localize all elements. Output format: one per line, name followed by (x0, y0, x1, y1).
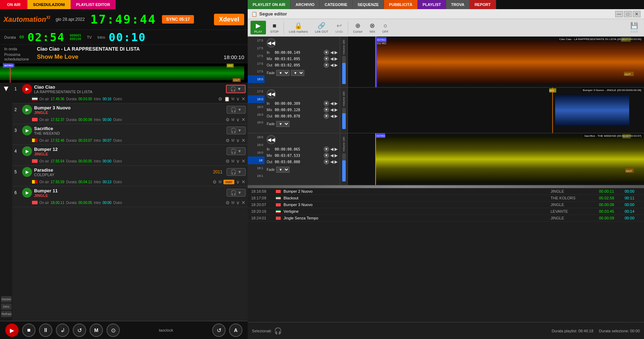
headphone-status[interactable]: 🎧 (274, 327, 282, 335)
transport-repeat[interactable]: ↺ (73, 324, 86, 337)
rnav-sequenze[interactable]: SEQUENZE (353, 0, 384, 9)
seg-save-btn[interactable]: 💾 SAVE (627, 21, 641, 34)
track1-rewind[interactable]: ◀◀ (267, 38, 276, 47)
track2-fade-select[interactable]: ▼ (276, 121, 290, 127)
gear-icon-5[interactable]: ⚙ (213, 179, 217, 185)
move-down-6[interactable]: ∨ (236, 200, 240, 205)
nav-schedulazioni[interactable]: SCHEDULAZIONI (27, 0, 70, 9)
m-btn-5[interactable]: M (219, 180, 221, 184)
rnav-categorie[interactable]: CATEGORIE (320, 0, 353, 9)
transport-pause[interactable]: ⏸ (39, 324, 52, 337)
headphone-btn-1[interactable]: 🎧 ▼ (226, 85, 246, 93)
remove-3[interactable]: ✕ (241, 137, 246, 143)
remove-2[interactable]: ✕ (241, 117, 246, 122)
transport-stop[interactable]: ■ (22, 324, 35, 337)
track2-rewind[interactable]: ◀◀ (267, 89, 276, 98)
play-btn-5[interactable]: ▶ (22, 167, 32, 177)
track2-mix-down[interactable]: ▼ (324, 107, 329, 113)
headphone-btn-5[interactable]: 🎧 ▼ (227, 168, 246, 176)
sync-button[interactable]: SYNC 05:17 (162, 15, 194, 24)
rnav-playlist-on-air[interactable]: PLAYLIST ON AIR (248, 0, 291, 9)
rnav-playlist[interactable]: PLAYLIST (418, 0, 446, 9)
seg-stop-btn[interactable]: ■ STOP (267, 21, 281, 34)
pt-row-3[interactable]: 18:20:07 Bumper 3 Nuovo JINGLE 00.00.08 … (248, 202, 644, 208)
track1-fade-select[interactable]: ▼ (276, 70, 290, 76)
transport-a[interactable]: A (229, 324, 242, 337)
segue-close[interactable]: ✕ (633, 11, 640, 17)
track3-rewind[interactable]: ◀◀ (267, 135, 276, 144)
track2-in-down[interactable]: ▼ (324, 101, 329, 106)
play-btn-4[interactable]: ▶ (22, 146, 32, 156)
seg-lock-markers-btn[interactable]: 🔒 Lock markers (286, 21, 311, 34)
track3-fade-select[interactable]: ▼ (276, 167, 290, 173)
side-btn-refrain[interactable]: Refrain (1, 311, 12, 317)
headphone-btn-3[interactable]: 🎧 ▼ (227, 127, 246, 134)
remove-1[interactable]: ✕ (241, 96, 246, 102)
remove-6[interactable]: ✕ (241, 200, 246, 205)
m-btn-2[interactable]: M (232, 118, 234, 122)
rnav-report[interactable]: REPORT (470, 0, 496, 9)
gear-icon-2[interactable]: ⚙ (226, 117, 230, 122)
move-down-2[interactable]: ∨ (236, 117, 240, 122)
gear-icon-3[interactable]: ⚙ (226, 138, 230, 143)
gear-icon-6[interactable]: ⚙ (226, 200, 230, 205)
transport-shield[interactable]: ⊙ (106, 324, 120, 337)
track3-out-down[interactable]: ▼ (324, 159, 329, 165)
move-down-1[interactable]: ∨ (236, 96, 240, 102)
transport-play[interactable]: ▶ (5, 324, 19, 337)
remove-5[interactable]: ✕ (241, 179, 246, 185)
m-btn-3[interactable]: M (232, 139, 234, 142)
transport-arrow[interactable]: ↲ (56, 324, 69, 337)
play-btn-1[interactable]: ▶ (22, 84, 32, 94)
rnav-trova[interactable]: TROVA (446, 0, 470, 9)
nav-on-air[interactable]: ON AIR (0, 0, 27, 9)
doc-icon-1[interactable]: 📋 (224, 96, 230, 102)
headphone-btn-2[interactable]: 🎧 ▼ (227, 106, 246, 114)
side-btn-intro[interactable]: Intro (1, 303, 12, 310)
track1-fade-select2[interactable]: ▼ (291, 70, 304, 76)
play-btn-6[interactable]: ▶ (22, 188, 32, 198)
svg-text:OU RO: OU RO (377, 42, 386, 45)
track2-out-down[interactable]: ▼ (324, 113, 329, 119)
play-btn-2[interactable]: ▶ (22, 105, 32, 115)
move-down-4[interactable]: ∨ (236, 158, 240, 164)
m-btn-6[interactable]: M (232, 201, 234, 205)
headphone-btn-4[interactable]: 🎧 ▼ (227, 147, 246, 155)
transport-m[interactable]: M (90, 324, 103, 337)
track1-in-down[interactable]: ▼ (324, 50, 329, 55)
remove-4[interactable]: ✕ (241, 158, 246, 164)
seg-undo-btn[interactable]: ↩ Undo (332, 21, 346, 34)
m-btn-4[interactable]: M (232, 159, 234, 163)
nav-playlist-editor[interactable]: PLAYLIST EDITOR (71, 0, 116, 9)
move-down-5[interactable]: ∨ (236, 179, 240, 185)
scroll-down-arrow[interactable]: ▼ (2, 84, 10, 93)
pt-row-5[interactable]: 18:24:01 Jingle Senza Tempo JINGLE 00.00… (248, 215, 644, 222)
m-btn-1[interactable]: M (232, 97, 234, 101)
flag-3 (32, 139, 38, 142)
seg-play-btn[interactable]: ▶ PLAY (251, 21, 266, 34)
gear-icon-4[interactable]: ⚙ (226, 159, 230, 164)
move-down-3[interactable]: ∨ (236, 137, 240, 143)
play-btn-3[interactable]: ▶ (22, 126, 32, 135)
headphone-btn-6[interactable]: 🎧 ▼ (227, 189, 246, 197)
side-btn-master[interactable]: Master (1, 296, 12, 302)
seg-link-out-btn[interactable]: 🔗 Link OUT (312, 21, 331, 34)
track3-in-down[interactable]: ▼ (324, 146, 329, 152)
pt-row-1[interactable]: 18:16:58 Bumper 2 Nuovo JINGLE 00.00.11 … (248, 188, 644, 195)
track3-mix-down[interactable]: ▼ (324, 153, 329, 158)
segue-restore[interactable]: □ (624, 11, 632, 17)
transport-circle[interactable]: ↺ (212, 324, 226, 337)
seg-off-btn[interactable]: ○ OFF (379, 21, 391, 34)
playlist-item-4: 4 ▶ Bumper 12 JINGLE 🎧 ▼ (12, 145, 248, 166)
seg-cursor-btn[interactable]: ⊕ Cursor (350, 21, 365, 34)
track1-out-down[interactable]: ▼ (324, 62, 329, 68)
rnav-archivio[interactable]: ARCHIVIO (291, 0, 320, 9)
rnav-pubblicita[interactable]: PUBBLICITÀ (384, 0, 418, 9)
item-title-1: Ciao Ciao (34, 84, 92, 90)
gear-icon-1[interactable]: ⚙ (218, 96, 222, 102)
pt-row-4[interactable]: 18:20:16 Vertigine LEVANTE 00.03.45 00:1… (248, 208, 644, 215)
track1-mix-down[interactable]: ▼ (324, 56, 329, 62)
seg-mix-btn[interactable]: ⊗ MIX (367, 21, 378, 34)
segue-minimize[interactable]: — (615, 11, 623, 17)
pt-row-2[interactable]: 18:17:09 Blackout THE KOLORS 00.02.58 00… (248, 195, 644, 202)
